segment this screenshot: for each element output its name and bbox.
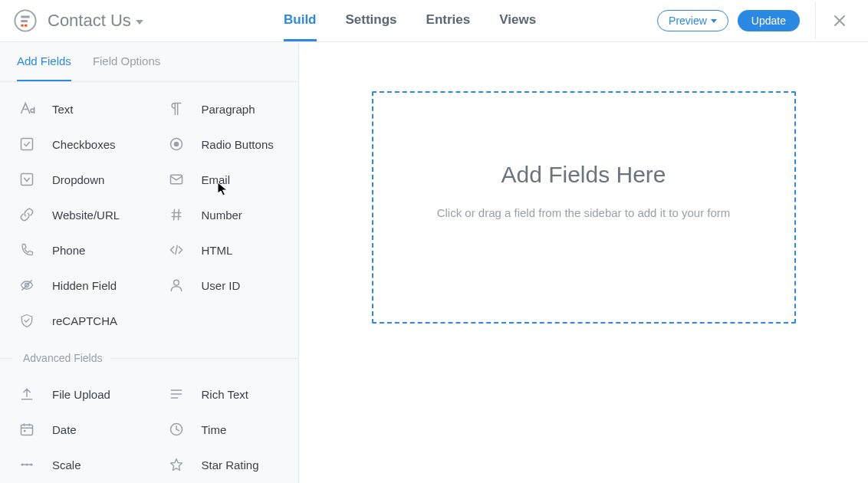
preview-button[interactable]: Preview (657, 10, 728, 31)
app-logo (14, 9, 37, 32)
email-icon (166, 169, 186, 189)
field-paragraph[interactable]: Paragraph (150, 91, 299, 127)
advanced-fields-section-header: Advanced Fields (0, 346, 298, 370)
section-label: Advanced Fields (12, 352, 110, 364)
field-label: Rich Text (202, 388, 248, 401)
field-label: Star Rating (202, 458, 259, 472)
close-button[interactable] (827, 8, 853, 34)
header-divider (815, 2, 816, 39)
hash-icon (166, 205, 186, 225)
field-radio[interactable]: Radio Buttons (150, 127, 299, 162)
field-star-rating[interactable]: Star Rating (150, 447, 299, 482)
tab-label: Build (284, 12, 317, 28)
user-icon (166, 275, 186, 295)
field-label: Hidden Field (52, 279, 117, 292)
form-title-dropdown[interactable]: Contact Us (48, 11, 143, 31)
svg-rect-13 (24, 430, 25, 432)
field-label: Website/URL (52, 209, 120, 222)
svg-point-15 (21, 464, 24, 466)
html-icon (166, 240, 186, 260)
radio-icon (166, 134, 186, 154)
tab-label: Entries (426, 12, 471, 28)
field-label: File Upload (52, 388, 110, 401)
field-number[interactable]: Number (150, 197, 299, 232)
sidebar-tab-label: Field Options (93, 54, 160, 67)
field-hidden[interactable]: Hidden Field (0, 268, 150, 303)
field-html[interactable]: HTML (150, 232, 299, 268)
app-header: Contact Us Build Settings Entries Views … (0, 0, 868, 42)
hidden-icon (17, 275, 37, 295)
update-button-label: Update (751, 15, 786, 27)
sidebar-tab-label: Add Fields (17, 54, 71, 67)
preview-button-label: Preview (669, 15, 707, 27)
svg-point-17 (30, 464, 32, 466)
svg-rect-3 (21, 25, 23, 27)
shield-icon (17, 310, 37, 330)
field-label: Number (202, 209, 242, 222)
form-title-text: Contact Us (48, 11, 131, 31)
star-icon (166, 455, 186, 475)
field-label: Dropdown (52, 173, 104, 186)
field-scale[interactable]: Scale (0, 447, 150, 482)
text-icon (17, 99, 37, 119)
svg-rect-8 (21, 174, 33, 186)
field-text[interactable]: Text (0, 91, 150, 127)
field-checkboxes[interactable]: Checkboxes (0, 127, 150, 162)
field-label: Time (202, 423, 227, 436)
svg-rect-12 (21, 425, 33, 435)
date-icon (17, 419, 37, 439)
svg-point-16 (26, 464, 28, 466)
update-button[interactable]: Update (738, 10, 800, 31)
link-icon (17, 205, 37, 225)
field-phone[interactable]: Phone (0, 232, 150, 268)
basic-fields-grid: Text Paragraph Checkboxes Radio Buttons (0, 82, 298, 338)
main-tabs: Build Settings Entries Views (284, 0, 536, 41)
field-email[interactable]: Email (150, 162, 299, 197)
dropdown-icon (17, 169, 37, 189)
field-label: Checkboxes (52, 138, 116, 151)
header-actions: Preview Update (657, 2, 853, 39)
time-icon (166, 419, 186, 439)
field-date[interactable]: Date (0, 412, 150, 447)
field-userid[interactable]: User ID (150, 268, 299, 303)
scale-icon (17, 455, 37, 475)
field-label: User ID (202, 279, 241, 292)
tab-views[interactable]: Views (499, 0, 536, 41)
field-time[interactable]: Time (150, 412, 299, 447)
field-label: Scale (52, 458, 81, 472)
app-body: Add Fields Field Options Text Paragraph (0, 42, 868, 483)
dropzone-heading: Add Fields Here (501, 162, 666, 188)
field-dropdown[interactable]: Dropdown (0, 162, 150, 197)
field-label: Text (52, 103, 74, 116)
chevron-down-icon (136, 20, 143, 25)
tab-build[interactable]: Build (284, 0, 317, 41)
sidebar-tab-add-fields[interactable]: Add Fields (17, 42, 71, 81)
field-label: Date (52, 423, 77, 436)
tab-label: Views (499, 12, 536, 28)
field-rich-text[interactable]: Rich Text (150, 376, 299, 412)
sidebar-tab-field-options[interactable]: Field Options (93, 42, 160, 81)
svg-point-7 (173, 142, 179, 147)
field-label: HTML (202, 244, 233, 257)
svg-rect-1 (21, 15, 29, 18)
sidebar-tabs: Add Fields Field Options (0, 42, 298, 82)
tab-label: Settings (346, 12, 397, 28)
field-file-upload[interactable]: File Upload (0, 376, 150, 412)
dropzone[interactable]: Add Fields Here Click or drag a field fr… (372, 91, 796, 324)
tab-settings[interactable]: Settings (346, 0, 397, 41)
field-label: Paragraph (202, 103, 255, 116)
field-label: Email (202, 173, 231, 186)
chevron-down-icon (711, 19, 717, 23)
close-icon (833, 15, 846, 27)
field-url[interactable]: Website/URL (0, 197, 150, 232)
svg-point-11 (173, 280, 179, 285)
svg-rect-4 (25, 25, 27, 27)
svg-rect-2 (21, 20, 27, 22)
tab-entries[interactable]: Entries (426, 0, 471, 41)
checkbox-icon (17, 134, 37, 154)
field-label: Radio Buttons (202, 138, 274, 151)
field-recaptcha[interactable]: reCAPTCHA (0, 303, 150, 338)
richtext-icon (166, 384, 186, 404)
upload-icon (17, 384, 37, 404)
dropzone-subtext: Click or drag a field from the sidebar t… (437, 206, 731, 219)
